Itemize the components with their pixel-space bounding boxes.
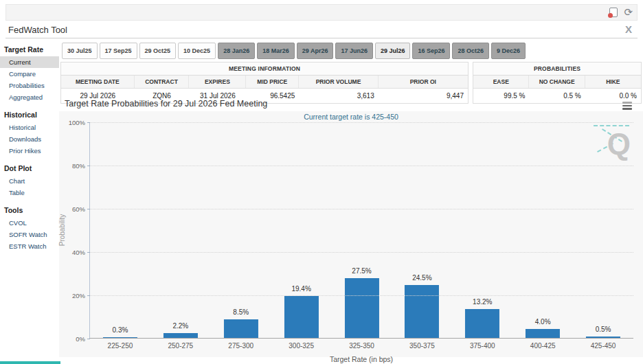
probabilities-col-ease: EASE bbox=[473, 76, 529, 88]
sidebar-item-probabilities[interactable]: Probabilities bbox=[0, 80, 59, 91]
sidebar-section-historical: Historical bbox=[0, 108, 59, 122]
x-tick-275-300: 275-300 bbox=[228, 342, 253, 350]
x-tick-225-250: 225-250 bbox=[108, 342, 133, 350]
export-document-icon[interactable] bbox=[609, 8, 618, 17]
meeting-date-tabs: 30 Jul2517 Sep2529 Oct2510 Dec2528 Jan26… bbox=[62, 43, 526, 59]
plot-area: Probability 0.3%225-2502.2%250-2758.5%27… bbox=[89, 122, 633, 339]
gridline-80 bbox=[90, 166, 633, 166]
bar-225-250 bbox=[103, 337, 137, 338]
bar-400-425 bbox=[526, 329, 560, 338]
close-icon[interactable]: X bbox=[625, 23, 632, 35]
bar-value-label: 0.5% bbox=[596, 326, 611, 333]
toolbar-strip: ⟳ bbox=[5, 4, 638, 21]
tab-17-sep25[interactable]: 17 Sep25 bbox=[100, 43, 137, 59]
bar-value-label: 2.2% bbox=[172, 322, 188, 330]
meeting-information-col-expires: EXPIRES bbox=[189, 76, 246, 88]
meeting-information-col-contract: CONTRACT bbox=[135, 76, 190, 88]
sidebar-item-sofr-watch[interactable]: SOFR Watch bbox=[0, 229, 59, 240]
sidebar-item-historical[interactable]: Historical bbox=[0, 122, 59, 133]
probabilities-col-no-change: NO CHANGE bbox=[529, 76, 585, 88]
probability-bar-chart: Target Rate Probabilities for 29 Jul 202… bbox=[59, 98, 643, 360]
bar-group-400-425: 4.0%400-425 bbox=[512, 122, 573, 338]
sidebar-section-target-rate: Target Rate bbox=[0, 43, 59, 56]
gridline-40 bbox=[90, 252, 633, 253]
x-axis-label: Target Rate (in bps) bbox=[89, 355, 633, 363]
y-tick-80: 80% bbox=[72, 162, 85, 170]
sidebar-item-table[interactable]: Table bbox=[0, 187, 59, 198]
sidebar-item-downloads[interactable]: Downloads bbox=[0, 133, 59, 145]
meeting-information-col-mid-price: MID PRICE bbox=[246, 76, 299, 88]
x-tick-375-400: 375-400 bbox=[470, 342, 495, 350]
refresh-icon[interactable]: ⟳ bbox=[624, 7, 633, 17]
tab-16-sep26[interactable]: 16 Sep26 bbox=[412, 43, 450, 59]
x-tick-350-375: 350-375 bbox=[409, 342, 435, 350]
sidebar-item-cvol[interactable]: CVOL bbox=[0, 217, 59, 229]
x-tick-250-275: 250-275 bbox=[168, 342, 193, 350]
y-axis-label: Probability bbox=[58, 214, 66, 247]
bar-group-425-450: 0.5%425-450 bbox=[573, 122, 633, 338]
bar-value-label: 13.2% bbox=[473, 298, 492, 306]
meeting-information-col-prior-oi: PRIOR OI bbox=[379, 76, 468, 88]
gridline-100 bbox=[90, 122, 633, 123]
tab-29-jul26[interactable]: 29 Jul26 bbox=[375, 43, 411, 59]
meeting-information-col-prior-volume: PRIOR VOLUME bbox=[299, 76, 378, 88]
bar-group-250-275: 2.2%250-275 bbox=[150, 122, 211, 338]
bar-275-300 bbox=[224, 319, 258, 338]
tab-17-jun26[interactable]: 17 Jun26 bbox=[335, 43, 373, 59]
bar-value-label: 24.5% bbox=[412, 274, 431, 282]
sidebar-item-prior-hikes[interactable]: Prior Hikes bbox=[0, 145, 59, 157]
tab-9-dec26[interactable]: 9 Dec26 bbox=[491, 43, 526, 59]
page-title: FedWatch Tool bbox=[8, 25, 67, 35]
bar-375-400 bbox=[465, 309, 499, 338]
sidebar-nav: Target RateCurrentCompareProbabilitiesAg… bbox=[0, 43, 59, 257]
sidebar-item-estr-watch[interactable]: ESTR Watch bbox=[0, 240, 59, 252]
y-tick-0: 0% bbox=[76, 335, 85, 343]
y-tick-60: 60% bbox=[72, 205, 85, 213]
bar-group-325-350: 27.5%325-350 bbox=[332, 122, 392, 338]
probabilities-col-hike: HIKE bbox=[585, 76, 641, 88]
tab-30-jul25[interactable]: 30 Jul25 bbox=[62, 43, 98, 59]
sidebar-section-tools: Tools bbox=[0, 203, 59, 217]
x-tick-325-350: 325-350 bbox=[349, 342, 374, 350]
chart-title: Target Rate Probabilities for 29 Jul 202… bbox=[65, 99, 267, 109]
tab-28-oct26[interactable]: 28 Oct26 bbox=[452, 43, 489, 59]
tab-29-apr26[interactable]: 29 Apr26 bbox=[297, 43, 334, 59]
bar-325-350 bbox=[344, 278, 379, 338]
tab-10-dec25[interactable]: 10 Dec25 bbox=[178, 43, 216, 59]
x-tick-425-450: 425-450 bbox=[591, 342, 616, 350]
bar-group-300-325: 19.4%300-325 bbox=[271, 122, 332, 338]
hamburger-menu-icon[interactable] bbox=[621, 101, 633, 111]
meeting-information-col-meeting-date: MEETING DATE bbox=[61, 76, 135, 88]
bar-columns: 0.3%225-2502.2%250-2758.5%275-30019.4%30… bbox=[90, 122, 633, 338]
tab-29-oct25[interactable]: 29 Oct25 bbox=[139, 43, 177, 59]
bottom-accent-bar bbox=[0, 361, 60, 364]
tab-28-jan26[interactable]: 28 Jan26 bbox=[218, 43, 255, 59]
bar-350-375 bbox=[405, 285, 439, 338]
bar-value-label: 0.3% bbox=[113, 326, 128, 334]
meeting-information-title: MEETING INFORMATION bbox=[61, 62, 468, 76]
sidebar-item-chart[interactable]: Chart bbox=[0, 175, 59, 187]
x-tick-300-325: 300-325 bbox=[289, 342, 314, 350]
x-tick-400-425: 400-425 bbox=[530, 342, 556, 350]
sidebar-item-aggregated[interactable]: Aggregated bbox=[0, 91, 59, 103]
sidebar-item-current[interactable]: Current bbox=[0, 56, 59, 68]
probabilities-header-row: EASENO CHANGEHIKE bbox=[473, 76, 641, 89]
sidebar-item-compare[interactable]: Compare bbox=[0, 68, 59, 80]
bar-300-325 bbox=[284, 296, 319, 338]
bar-value-label: 8.5% bbox=[233, 308, 249, 316]
chart-subtitle: Current target rate is 425-450 bbox=[59, 113, 643, 121]
y-tick-20: 20% bbox=[72, 292, 85, 299]
y-tick-40: 40% bbox=[72, 249, 85, 256]
tab-18-mar26[interactable]: 18 Mar26 bbox=[257, 43, 295, 59]
toolbar-icons: ⟳ bbox=[609, 7, 633, 17]
bar-value-label: 4.0% bbox=[535, 318, 551, 326]
bar-group-275-300: 8.5%275-300 bbox=[211, 122, 271, 338]
bar-group-225-250: 0.3%225-250 bbox=[90, 122, 150, 338]
bar-425-450 bbox=[586, 337, 620, 338]
app-header: FedWatch Tool X bbox=[5, 21, 638, 38]
bar-value-label: 19.4% bbox=[291, 285, 311, 293]
fedwatch-tool-window: ⟳ FedWatch Tool X Target RateCurrentComp… bbox=[0, 0, 643, 364]
bar-group-375-400: 13.2%375-400 bbox=[452, 122, 512, 338]
gridline-60 bbox=[90, 209, 633, 209]
bar-value-label: 27.5% bbox=[352, 267, 371, 275]
